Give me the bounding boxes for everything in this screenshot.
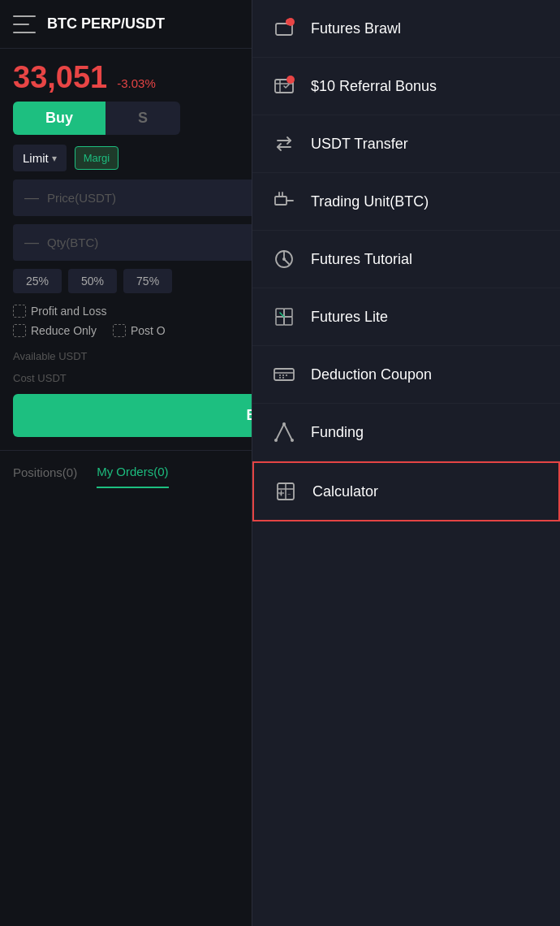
menu-item-trading-unit[interactable]: Trading Unit(BTC) <box>252 173 560 231</box>
futures-lite-icon <box>272 305 296 329</box>
svg-rect-31 <box>276 317 284 325</box>
futures-brawl-label: Futures Brawl <box>311 20 401 37</box>
menu-item-deduction-coupon[interactable]: Deduction Coupon <box>252 346 560 404</box>
calculator-icon: + − <box>274 479 298 504</box>
pct-75-btn[interactable]: 75% <box>123 269 172 293</box>
svg-line-37 <box>276 424 284 440</box>
svg-rect-33 <box>274 369 294 380</box>
post-only-label: Post O <box>131 324 166 337</box>
buy-tab[interactable]: Buy <box>13 102 106 135</box>
menu-item-usdt-transfer[interactable]: USDT Transfer <box>252 115 560 173</box>
svg-point-39 <box>282 422 286 426</box>
profit-loss-label: Profit and Loss <box>31 305 106 318</box>
reduce-only-checkbox[interactable] <box>13 324 26 337</box>
pct-25-btn[interactable]: 25% <box>13 269 62 293</box>
deduction-coupon-label: Deduction Coupon <box>311 366 432 383</box>
reduce-only-label: Reduce Only <box>31 324 97 337</box>
margin-button[interactable]: Margi <box>75 146 119 170</box>
svg-text:−: − <box>287 491 291 497</box>
usdt-transfer-label: USDT Transfer <box>311 136 408 153</box>
futures-brawl-icon: P K <box>272 16 296 41</box>
svg-point-41 <box>291 439 294 442</box>
svg-rect-21 <box>275 197 286 205</box>
futures-tutorial-label: Futures Tutorial <box>311 251 412 268</box>
calculator-label: Calculator <box>312 483 378 500</box>
referral-bonus-label: $10 Referral Bonus <box>311 78 437 95</box>
funding-icon <box>272 420 296 444</box>
trading-unit-icon <box>272 189 296 214</box>
funding-label: Funding <box>311 424 364 441</box>
usdt-transfer-icon <box>272 132 296 156</box>
menu-item-futures-tutorial[interactable]: Futures Tutorial <box>252 231 560 288</box>
menu-item-futures-brawl[interactable]: P K Futures Brawl <box>252 0 560 58</box>
my-orders-tab[interactable]: My Orders(0) <box>97 465 168 488</box>
referral-bonus-icon <box>272 74 296 98</box>
menu-item-futures-lite[interactable]: Futures Lite <box>252 288 560 346</box>
trading-unit-label: Trading Unit(BTC) <box>311 193 429 210</box>
profit-loss-checkbox[interactable] <box>13 305 26 318</box>
price-change: -3.03% <box>117 76 156 90</box>
svg-line-38 <box>284 424 292 440</box>
deduction-coupon-icon <box>272 362 296 387</box>
menu-item-calculator[interactable]: + − Calculator <box>252 461 560 521</box>
positions-tab[interactable]: Positions(0) <box>13 465 77 487</box>
svg-point-40 <box>274 439 278 442</box>
svg-point-28 <box>282 257 286 261</box>
menu-item-referral-bonus[interactable]: $10 Referral Bonus <box>252 58 560 115</box>
pct-50-btn[interactable]: 50% <box>68 269 117 293</box>
price-value: 33,051 <box>13 60 107 95</box>
menu-icon[interactable] <box>13 15 36 33</box>
futures-tutorial-icon <box>272 247 296 271</box>
futures-lite-label: Futures Lite <box>311 309 388 326</box>
post-only-checkbox[interactable] <box>113 324 126 337</box>
menu-item-funding[interactable]: Funding <box>252 404 560 461</box>
dropdown-menu: P K Futures Brawl $10 Referral Bonus <box>252 0 560 926</box>
svg-rect-30 <box>284 309 292 317</box>
svg-rect-32 <box>284 317 292 325</box>
limit-select[interactable]: Limit ▾ <box>13 145 67 171</box>
sell-tab[interactable]: S <box>106 102 180 135</box>
